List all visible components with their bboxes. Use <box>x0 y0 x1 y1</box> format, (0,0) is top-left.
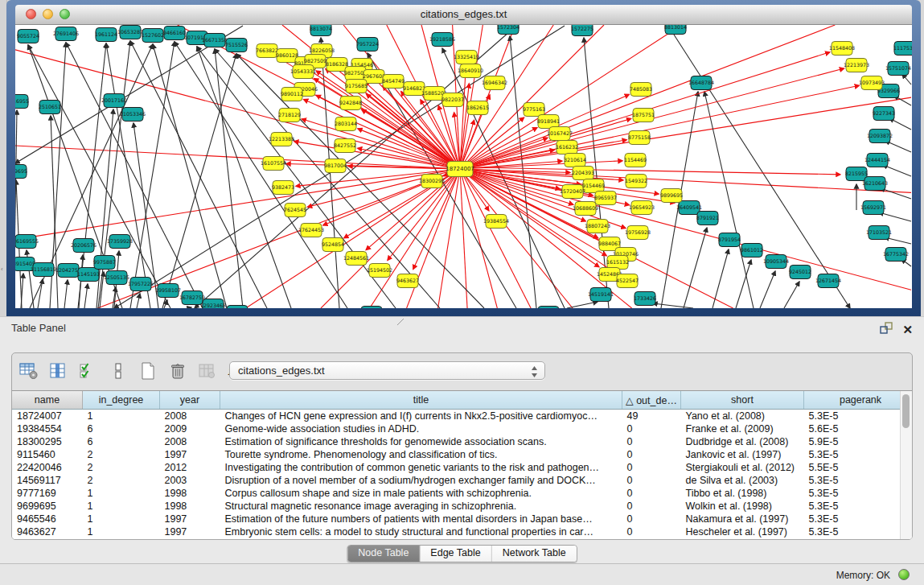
table-cell[interactable]: 19384554 <box>12 422 83 435</box>
teal-node[interactable]: 12505135 <box>104 271 129 285</box>
table-row[interactable]: 911546021997Tourette syndrome. Phenomeno… <box>12 448 913 461</box>
table-cell[interactable]: 0 <box>622 448 681 461</box>
table-cell[interactable]: 1 <box>83 410 160 423</box>
table-cell[interactable]: 5.9E-5 <box>804 435 914 448</box>
table-cell[interactable]: Hescheler et al. (1997) <box>681 525 804 538</box>
teal-node[interactable]: 1117539 <box>893 42 912 56</box>
table-cell[interactable]: Franke et al. (2009) <box>681 422 804 435</box>
table-cell[interactable]: 9777169 <box>12 487 83 500</box>
teal-node[interactable]: 1572275 <box>571 25 593 36</box>
citation-network-graph[interactable]: 9055724276914061961124106532871527602946… <box>15 25 912 308</box>
yellow-node[interactable]: 9890112 <box>281 88 303 101</box>
teal-node[interactable]: 9699695 <box>15 165 27 179</box>
table-cell[interactable]: Disruption of a novel member of a sodium… <box>220 474 622 487</box>
table-cell[interactable]: 1998 <box>160 500 220 513</box>
teal-node[interactable]: 9861012 <box>741 244 763 257</box>
yellow-node[interactable]: 9817004 <box>324 159 347 173</box>
teal-node[interactable]: 1733426 <box>634 292 656 306</box>
teal-node[interactable]: 20017160 <box>101 94 127 108</box>
teal-node[interactable]: 7515526 <box>225 39 248 52</box>
yellow-node[interactable]: 2204393 <box>572 167 594 180</box>
table-cell[interactable]: 5.3E-5 <box>804 474 914 487</box>
yellow-node[interactable]: 8427552 <box>334 139 356 153</box>
table-cell[interactable]: 5.3E-5 <box>804 525 914 538</box>
column-header-name[interactable]: name <box>12 391 83 410</box>
yellow-node[interactable]: 8775158 <box>628 131 651 145</box>
teal-node[interactable]: 2510651 <box>39 101 61 114</box>
create-column-icon[interactable] <box>78 360 99 382</box>
table-cell[interactable]: Wolkin et al. (1998) <box>681 500 804 513</box>
tab-edge-table[interactable]: Edge Table <box>420 546 491 562</box>
yellow-node[interactable]: 7485083 <box>630 83 652 97</box>
teal-node[interactable]: 1961124 <box>95 28 117 42</box>
table-cell[interactable]: Estimation of the future numbers of pati… <box>220 513 622 525</box>
column-header-in_degree[interactable]: in_degree <box>83 391 160 410</box>
table-cell[interactable]: 0 <box>622 461 681 474</box>
yellow-node[interactable]: 18300295 <box>419 175 445 188</box>
table-cell[interactable]: Stergiakouli et al. (2012) <box>681 461 804 474</box>
teal-node[interactable]: 2616955 <box>15 95 29 109</box>
table-cell[interactable]: 1997 <box>160 448 220 461</box>
vertical-scrollbar[interactable] <box>900 391 912 539</box>
yellow-node[interactable]: 11548408 <box>829 42 855 56</box>
yellow-node[interactable]: 7663822 <box>256 44 278 58</box>
teal-node[interactable]: 26169555 <box>15 235 39 249</box>
table-cell[interactable]: 5.3E-5 <box>804 513 914 525</box>
yellow-node[interactable]: 9463627 <box>396 274 419 288</box>
table-cell[interactable]: 5.3E-5 <box>804 410 914 423</box>
table-cell[interactable]: 2008 <box>160 435 220 448</box>
yellow-node[interactable]: 12484561 <box>343 252 369 266</box>
table-row[interactable]: 977716911998Corpus callosum shape and si… <box>12 487 913 500</box>
yellow-node[interactable]: 1862615 <box>466 101 489 115</box>
teal-node[interactable]: 8791921 <box>696 212 719 225</box>
column-header-year[interactable]: year <box>160 391 220 410</box>
show-columns-icon[interactable] <box>48 360 69 382</box>
yellow-node[interactable]: 16946342 <box>482 76 507 90</box>
teal-node[interactable]: 12923468 <box>200 299 226 309</box>
yellow-node[interactable]: 10688609 <box>573 202 598 216</box>
teal-node[interactable]: 17957225 <box>128 278 154 291</box>
network-window[interactable]: citations_edges.txt 90557242769140619611… <box>6 0 921 316</box>
table-row[interactable]: 1872400712008Changes of HCN gene express… <box>12 410 913 423</box>
table-cell[interactable]: 9699695 <box>12 500 83 513</box>
yellow-node[interactable]: 19756928 <box>625 226 651 240</box>
yellow-node[interactable]: 4522547 <box>616 274 639 288</box>
float-panel-icon[interactable] <box>880 322 893 337</box>
table-cell[interactable]: Tibbo et al. (1998) <box>681 487 804 500</box>
new-table-icon[interactable] <box>138 360 158 382</box>
teal-node[interactable]: 16775342 <box>883 248 909 262</box>
table-cell[interactable]: 1 <box>83 513 160 525</box>
table-cell[interactable]: Yano et al. (2008) <box>681 410 804 423</box>
teal-node[interactable]: 9975887 <box>93 256 116 270</box>
table-cell[interactable]: 2012 <box>160 461 220 474</box>
table-cell[interactable]: Changes of HCN gene expression and I(f) … <box>220 410 622 423</box>
table-cell[interactable]: 18300295 <box>12 435 83 448</box>
teal-node[interactable]: 20206576 <box>71 239 97 253</box>
yellow-node[interactable]: 18640910 <box>458 64 483 78</box>
minimize-window-button[interactable] <box>43 9 53 19</box>
splitpane-grip[interactable] <box>396 319 405 325</box>
yellow-node[interactable]: 17624453 <box>298 224 324 237</box>
teal-node[interactable]: 15751074 <box>885 62 911 76</box>
table-cell[interactable]: Corpus callosum shape and size in male p… <box>220 487 622 500</box>
teal-node[interactable]: 19958107 <box>155 284 181 298</box>
table-cell[interactable]: 0 <box>622 474 681 487</box>
tab-network-table[interactable]: Network Table <box>492 546 577 562</box>
yellow-node[interactable]: 9242848 <box>339 97 362 110</box>
table-cell[interactable]: 0 <box>622 513 681 525</box>
table-cell[interactable]: 2008 <box>160 410 220 423</box>
table-cell[interactable]: 1 <box>83 525 160 538</box>
yellow-node[interactable]: 1616232 <box>556 141 578 154</box>
table-cell[interactable]: 9115460 <box>12 448 83 461</box>
table-cell[interactable]: 6 <box>83 422 160 435</box>
table-mode-icon[interactable] <box>18 360 39 382</box>
teal-node[interactable]: 19218586 <box>429 33 455 47</box>
table-cell[interactable]: 1 <box>83 487 160 500</box>
table-cell[interactable]: 0 <box>622 487 681 500</box>
yellow-node[interactable]: 13325419 <box>454 51 479 64</box>
teal-node[interactable]: 9055724 <box>17 30 39 43</box>
column-header-out_de[interactable]: △ out_de… <box>622 391 681 410</box>
table-cell[interactable]: 1 <box>83 500 160 513</box>
teal-node[interactable]: 8791954 <box>718 233 741 247</box>
yellow-node[interactable]: 9775163 <box>523 103 545 117</box>
